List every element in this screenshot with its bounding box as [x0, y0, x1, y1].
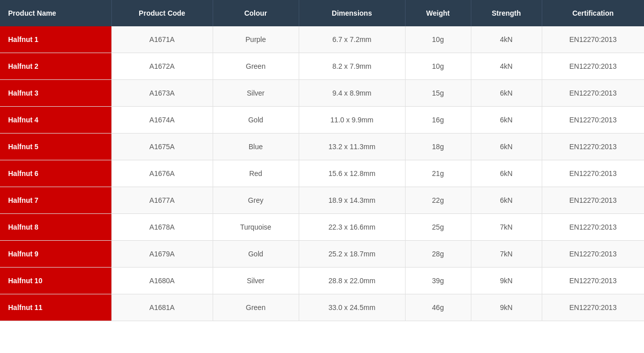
- cell-name: Halfnut 7: [0, 187, 111, 214]
- cell-certification: EN12270:2013: [542, 214, 644, 241]
- cell-colour: Blue: [213, 134, 299, 160]
- cell-colour: Gold: [213, 241, 299, 268]
- cell-dimensions: 8.2 x 7.9mm: [299, 53, 405, 80]
- table-row: Halfnut 5A1675ABlue13.2 x 11.3mm18g6kNEN…: [0, 134, 644, 160]
- table-row: Halfnut 4A1674AGold11.0 x 9.9mm16g6kNEN1…: [0, 107, 644, 134]
- cell-strength: 9kN: [471, 268, 542, 294]
- cell-weight: 10g: [405, 53, 471, 80]
- cell-weight: 21g: [405, 160, 471, 187]
- cell-dimensions: 15.6 x 12.8mm: [299, 160, 405, 187]
- cell-colour: Purple: [213, 26, 299, 53]
- cell-weight: 16g: [405, 107, 471, 134]
- cell-strength: 6kN: [471, 160, 542, 187]
- cell-certification: EN12270:2013: [542, 268, 644, 294]
- cell-strength: 6kN: [471, 134, 542, 160]
- cell-name: Halfnut 6: [0, 160, 111, 187]
- cell-code: A1677A: [111, 187, 213, 214]
- table-header-row: Product Name Product Code Colour Dimensi…: [0, 0, 644, 26]
- cell-code: A1671A: [111, 26, 213, 53]
- cell-code: A1678A: [111, 214, 213, 241]
- cell-certification: EN12270:2013: [542, 160, 644, 187]
- cell-strength: 9kN: [471, 294, 542, 321]
- cell-colour: Red: [213, 160, 299, 187]
- cell-strength: 7kN: [471, 214, 542, 241]
- cell-code: A1676A: [111, 160, 213, 187]
- col-header-code: Product Code: [111, 0, 213, 26]
- col-header-strength: Strength: [471, 0, 542, 26]
- cell-dimensions: 18.9 x 14.3mm: [299, 187, 405, 214]
- table-row: Halfnut 11A1681AGreen33.0 x 24.5mm46g9kN…: [0, 294, 644, 321]
- cell-strength: 4kN: [471, 53, 542, 80]
- cell-name: Halfnut 3: [0, 80, 111, 107]
- cell-weight: 10g: [405, 26, 471, 53]
- cell-code: A1673A: [111, 80, 213, 107]
- cell-strength: 4kN: [471, 26, 542, 53]
- cell-weight: 46g: [405, 294, 471, 321]
- cell-code: A1675A: [111, 134, 213, 160]
- table-row: Halfnut 9A1679AGold25.2 x 18.7mm28g7kNEN…: [0, 241, 644, 268]
- cell-weight: 39g: [405, 268, 471, 294]
- cell-certification: EN12270:2013: [542, 26, 644, 53]
- cell-name: Halfnut 2: [0, 53, 111, 80]
- cell-colour: Grey: [213, 187, 299, 214]
- cell-colour: Gold: [213, 107, 299, 134]
- cell-code: A1681A: [111, 294, 213, 321]
- cell-name: Halfnut 5: [0, 134, 111, 160]
- cell-dimensions: 11.0 x 9.9mm: [299, 107, 405, 134]
- cell-colour: Green: [213, 294, 299, 321]
- cell-strength: 7kN: [471, 241, 542, 268]
- cell-certification: EN12270:2013: [542, 80, 644, 107]
- cell-certification: EN12270:2013: [542, 107, 644, 134]
- cell-code: A1680A: [111, 268, 213, 294]
- cell-colour: Silver: [213, 80, 299, 107]
- cell-name: Halfnut 4: [0, 107, 111, 134]
- cell-certification: EN12270:2013: [542, 294, 644, 321]
- table-row: Halfnut 2A1672AGreen8.2 x 7.9mm10g4kNEN1…: [0, 53, 644, 80]
- cell-strength: 6kN: [471, 187, 542, 214]
- cell-colour: Green: [213, 53, 299, 80]
- table-row: Halfnut 6A1676ARed15.6 x 12.8mm21g6kNEN1…: [0, 160, 644, 187]
- cell-colour: Turquoise: [213, 214, 299, 241]
- table-row: Halfnut 10A1680ASilver28.8 x 22.0mm39g9k…: [0, 268, 644, 294]
- table-row: Halfnut 3A1673ASilver9.4 x 8.9mm15g6kNEN…: [0, 80, 644, 107]
- cell-strength: 6kN: [471, 80, 542, 107]
- product-table: Product Name Product Code Colour Dimensi…: [0, 0, 644, 321]
- cell-weight: 25g: [405, 214, 471, 241]
- col-header-weight: Weight: [405, 0, 471, 26]
- cell-code: A1672A: [111, 53, 213, 80]
- cell-weight: 22g: [405, 187, 471, 214]
- cell-name: Halfnut 9: [0, 241, 111, 268]
- col-header-certification: Certification: [542, 0, 644, 26]
- cell-name: Halfnut 11: [0, 294, 111, 321]
- cell-certification: EN12270:2013: [542, 134, 644, 160]
- cell-name: Halfnut 10: [0, 268, 111, 294]
- cell-weight: 28g: [405, 241, 471, 268]
- cell-dimensions: 25.2 x 18.7mm: [299, 241, 405, 268]
- cell-dimensions: 28.8 x 22.0mm: [299, 268, 405, 294]
- cell-code: A1679A: [111, 241, 213, 268]
- cell-code: A1674A: [111, 107, 213, 134]
- cell-strength: 6kN: [471, 107, 542, 134]
- cell-certification: EN12270:2013: [542, 187, 644, 214]
- product-table-container: Product Name Product Code Colour Dimensi…: [0, 0, 644, 353]
- table-body: Halfnut 1A1671APurple6.7 x 7.2mm10g4kNEN…: [0, 26, 644, 321]
- cell-certification: EN12270:2013: [542, 53, 644, 80]
- cell-dimensions: 9.4 x 8.9mm: [299, 80, 405, 107]
- cell-weight: 15g: [405, 80, 471, 107]
- cell-certification: EN12270:2013: [542, 241, 644, 268]
- cell-dimensions: 33.0 x 24.5mm: [299, 294, 405, 321]
- table-row: Halfnut 7A1677AGrey18.9 x 14.3mm22g6kNEN…: [0, 187, 644, 214]
- cell-dimensions: 6.7 x 7.2mm: [299, 26, 405, 53]
- cell-name: Halfnut 1: [0, 26, 111, 53]
- col-header-name: Product Name: [0, 0, 111, 26]
- cell-colour: Silver: [213, 268, 299, 294]
- col-header-dimensions: Dimensions: [299, 0, 405, 26]
- cell-dimensions: 13.2 x 11.3mm: [299, 134, 405, 160]
- cell-weight: 18g: [405, 134, 471, 160]
- cell-name: Halfnut 8: [0, 214, 111, 241]
- cell-dimensions: 22.3 x 16.6mm: [299, 214, 405, 241]
- table-row: Halfnut 8A1678ATurquoise22.3 x 16.6mm25g…: [0, 214, 644, 241]
- col-header-colour: Colour: [213, 0, 299, 26]
- table-row: Halfnut 1A1671APurple6.7 x 7.2mm10g4kNEN…: [0, 26, 644, 53]
